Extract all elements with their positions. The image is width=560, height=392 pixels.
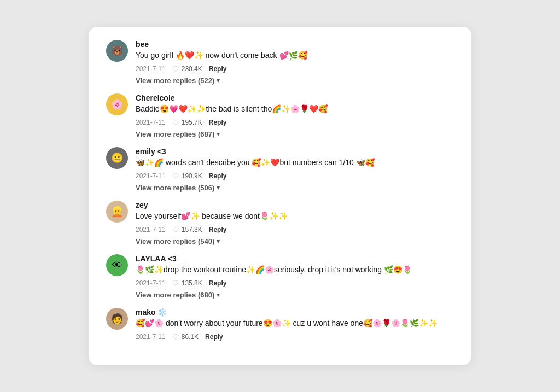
heart-icon: ♡: [172, 172, 179, 180]
avatar: 🐻: [106, 40, 128, 62]
comment-date: 2021-7-11: [136, 279, 166, 287]
comment-meta: 2021-7-11 ♡ 230.4K Reply: [136, 65, 454, 73]
like-section: ♡ 195.7K: [172, 118, 202, 127]
comment-text: Baddie😍💗❤️✨✨the bad is silent tho🌈✨🌸🌹❤️🥰: [136, 103, 454, 115]
like-count: 230.4K: [182, 65, 202, 73]
comment-header: 🐻 bee You go girll 🔥❤️✨ now don't come b…: [106, 40, 454, 73]
view-replies-button[interactable]: View more replies (506) ▾: [136, 184, 454, 192]
username: emily <3: [136, 147, 454, 156]
username: Cherelcole: [136, 93, 454, 102]
like-section: ♡ 86.1K: [172, 332, 199, 341]
username: zey: [136, 201, 454, 209]
like-section: ♡ 135.8K: [172, 279, 202, 288]
like-count: 190.9K: [182, 172, 202, 180]
reply-button[interactable]: Reply: [209, 65, 227, 73]
comment-content: mako ❄️ 🥰💕🌸 don't worry about your futur…: [136, 308, 454, 341]
username: mako ❄️: [136, 308, 454, 317]
like-section: ♡ 157.3K: [172, 225, 202, 234]
comment-content: Cherelcole Baddie😍💗❤️✨✨the bad is silent…: [136, 93, 454, 127]
comment-text: 🌷🌿✨drop the workout routine✨🌈🌸seriously,…: [136, 264, 454, 276]
view-replies-button[interactable]: View more replies (540) ▾: [136, 237, 454, 245]
comment-date: 2021-7-11: [136, 333, 166, 341]
comment-block: 🐻 bee You go girll 🔥❤️✨ now don't come b…: [106, 40, 454, 85]
like-count: 135.8K: [182, 279, 202, 287]
avatar: 😐: [106, 147, 128, 169]
like-count: 195.7K: [182, 119, 202, 126]
comment-header: 🌸 Cherelcole Baddie😍💗❤️✨✨the bad is sile…: [106, 93, 454, 127]
heart-icon: ♡: [172, 225, 179, 234]
comments-card: 🐻 bee You go girll 🔥❤️✨ now don't come b…: [89, 27, 471, 365]
comment-content: LAYLAA <3 🌷🌿✨drop the workout routine✨🌈🌸…: [136, 254, 454, 288]
comment-header: 😐 emily <3 🦋✨🌈 words can't describe you …: [106, 147, 454, 180]
comment-date: 2021-7-11: [136, 119, 166, 126]
comment-text: 🦋✨🌈 words can't describe you 🥰✨❤️but num…: [136, 157, 454, 168]
comment-header: 🧑 mako ❄️ 🥰💕🌸 don't worry about your fut…: [106, 308, 454, 341]
reply-button[interactable]: Reply: [209, 226, 227, 233]
comment-date: 2021-7-11: [136, 65, 166, 73]
chevron-down-icon: ▾: [217, 238, 220, 245]
avatar: 👱: [106, 201, 128, 223]
comment-block: 🌸 Cherelcole Baddie😍💗❤️✨✨the bad is sile…: [106, 93, 454, 138]
comment-meta: 2021-7-11 ♡ 190.9K Reply: [136, 172, 454, 180]
view-replies-button[interactable]: View more replies (522) ▾: [136, 77, 454, 85]
comment-header: 👁 LAYLAA <3 🌷🌿✨drop the workout routine✨…: [106, 254, 454, 288]
like-count: 157.3K: [182, 226, 202, 233]
comment-text: Love yourself💕✨ because we dont🌷✨✨: [136, 210, 454, 222]
comment-meta: 2021-7-11 ♡ 195.7K Reply: [136, 118, 454, 127]
comment-block: 🧑 mako ❄️ 🥰💕🌸 don't worry about your fut…: [106, 308, 454, 348]
comment-block: 👱 zey Love yourself💕✨ because we dont🌷✨✨…: [106, 201, 454, 245]
reply-button[interactable]: Reply: [205, 333, 223, 341]
view-replies-button[interactable]: View more replies (687) ▾: [136, 130, 454, 138]
like-count: 86.1K: [182, 333, 199, 341]
comment-block: 😐 emily <3 🦋✨🌈 words can't describe you …: [106, 147, 454, 192]
reply-button[interactable]: Reply: [209, 119, 227, 126]
comment-date: 2021-7-11: [136, 172, 166, 180]
view-replies-button[interactable]: View more replies (680) ▾: [136, 291, 454, 299]
comment-content: emily <3 🦋✨🌈 words can't describe you 🥰✨…: [136, 147, 454, 180]
reply-button[interactable]: Reply: [209, 279, 227, 287]
comment-meta: 2021-7-11 ♡ 86.1K Reply: [136, 332, 454, 341]
reply-button[interactable]: Reply: [209, 172, 227, 180]
avatar: 🧑: [106, 308, 128, 330]
like-section: ♡ 230.4K: [172, 65, 202, 73]
chevron-down-icon: ▾: [217, 131, 220, 138]
comment-content: zey Love yourself💕✨ because we dont🌷✨✨ 2…: [136, 201, 454, 234]
avatar: 🌸: [106, 93, 128, 115]
comment-block: 👁 LAYLAA <3 🌷🌿✨drop the workout routine✨…: [106, 254, 454, 299]
comment-header: 👱 zey Love yourself💕✨ because we dont🌷✨✨…: [106, 201, 454, 234]
heart-icon: ♡: [172, 332, 179, 341]
username: bee: [136, 40, 454, 49]
comment-text: You go girll 🔥❤️✨ now don't come back 💕🌿…: [136, 50, 454, 61]
avatar: 👁: [106, 254, 128, 276]
heart-icon: ♡: [172, 279, 179, 288]
comment-text: 🥰💕🌸 don't worry about your future😍🌸✨ cuz…: [136, 318, 454, 329]
comment-meta: 2021-7-11 ♡ 135.8K Reply: [136, 279, 454, 288]
comment-date: 2021-7-11: [136, 226, 166, 233]
heart-icon: ♡: [172, 65, 179, 73]
comment-meta: 2021-7-11 ♡ 157.3K Reply: [136, 225, 454, 234]
username: LAYLAA <3: [136, 254, 454, 263]
comment-content: bee You go girll 🔥❤️✨ now don't come bac…: [136, 40, 454, 73]
heart-icon: ♡: [172, 118, 179, 127]
chevron-down-icon: ▾: [217, 291, 220, 299]
chevron-down-icon: ▾: [217, 77, 220, 84]
chevron-down-icon: ▾: [217, 184, 220, 191]
like-section: ♡ 190.9K: [172, 172, 202, 180]
